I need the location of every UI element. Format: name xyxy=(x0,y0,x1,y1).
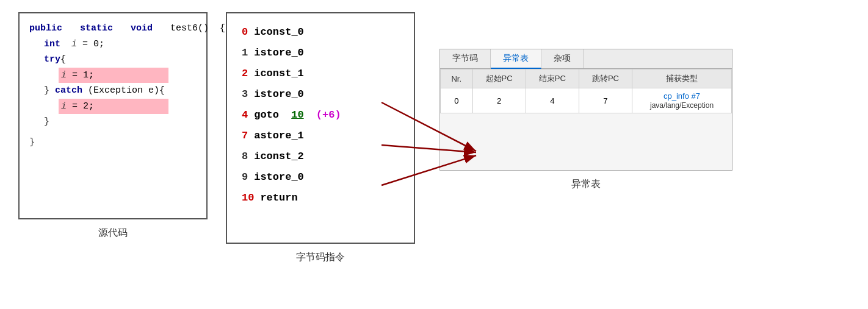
exception-table-content: Nr. 起始PC 结束PC 跳转PC 捕获类型 0 2 4 7 cp_in xyxy=(440,69,732,113)
bc-row-2: 2 iconst_1 xyxy=(242,63,399,84)
col-jump-pc: 跳转PC xyxy=(579,69,632,88)
catch-params: (Exception e){ xyxy=(88,85,165,96)
exception-row-0: 0 2 4 7 cp_info #7 java/lang/Exception xyxy=(441,88,732,113)
bc-num-8: 8 xyxy=(242,146,248,167)
brace-close-3: } xyxy=(29,137,35,147)
tab-exception[interactable]: 异常表 xyxy=(491,49,541,69)
bc-num-1: 1 xyxy=(242,43,248,63)
bc-instr-3: istore_0 xyxy=(254,84,304,105)
highlighted-line-2: i = 2; xyxy=(59,99,168,115)
bc-goto-target: 10 xyxy=(291,105,303,126)
bc-instr-7: astore_1 xyxy=(254,126,304,146)
keyword-public: public xyxy=(29,21,62,37)
code-line-8: } xyxy=(29,135,197,151)
col-nr: Nr. xyxy=(441,69,473,88)
bc-num-7: 7 xyxy=(242,126,248,146)
var-i-2: i xyxy=(61,70,67,80)
tab-misc[interactable]: 杂项 xyxy=(541,49,584,68)
bc-instr-1: istore_0 xyxy=(254,43,304,63)
method-name: test6() { xyxy=(170,21,225,37)
keyword-void: void xyxy=(131,21,153,37)
cell-capture-type: cp_info #7 java/lang/Exception xyxy=(632,88,732,113)
var-i: i xyxy=(71,39,77,49)
bc-row-8: 8 iconst_2 xyxy=(242,146,399,167)
cell-end-pc: 4 xyxy=(526,88,579,113)
bc-row-1: 1 istore_0 xyxy=(242,43,399,63)
bc-row-9: 9 istore_0 xyxy=(242,167,399,188)
code-line-7: } xyxy=(44,114,197,130)
bc-instr-8: iconst_2 xyxy=(254,146,304,167)
code-line-2: int i = 0; xyxy=(44,37,197,52)
code-text: = 0; xyxy=(82,39,104,49)
main-container: public static void test6() { int i = 0; … xyxy=(0,0,868,309)
brace-open: { xyxy=(60,54,66,65)
bc-instr-0: iconst_0 xyxy=(254,22,304,43)
exception-table-label: 异常表 xyxy=(571,178,601,191)
keyword-catch: catch xyxy=(55,85,82,96)
code-line-6: i = 2; xyxy=(59,99,197,115)
bytecode-label: 字节码指令 xyxy=(296,251,345,264)
assign-1: = 1; xyxy=(72,70,94,80)
bc-instr-10: return xyxy=(260,188,297,208)
bc-row-3: 3 istore_0 xyxy=(242,84,399,105)
bc-row-10: 10 return xyxy=(242,188,399,208)
bc-num-4: 4 xyxy=(242,105,248,126)
code-line-1: public static void test6() { xyxy=(29,21,197,37)
highlighted-line-1: i = 1; xyxy=(59,68,168,83)
bc-row-0: 0 iconst_0 xyxy=(242,22,399,43)
bc-num-10: 10 xyxy=(242,188,254,208)
capture-detail: java/lang/Exception xyxy=(650,101,714,110)
cell-nr: 0 xyxy=(441,88,473,113)
cell-start-pc: 2 xyxy=(472,88,526,113)
bc-instr-2: iconst_1 xyxy=(254,63,304,84)
source-code-panel: public static void test6() { int i = 0; … xyxy=(18,12,208,240)
bc-num-9: 9 xyxy=(242,167,248,188)
col-capture-type: 捕获类型 xyxy=(632,69,732,88)
bc-num-0: 0 xyxy=(242,22,248,43)
col-end-pc: 结束PC xyxy=(526,69,579,88)
bc-goto-offset: (+6) xyxy=(310,105,341,126)
brace-close-2: } xyxy=(44,116,49,127)
cell-jump-pc: 7 xyxy=(579,88,632,113)
bc-row-7: 7 astore_1 xyxy=(242,126,399,146)
bytecode-box: 0 iconst_0 1 istore_0 2 iconst_1 3 istor… xyxy=(226,12,415,244)
keyword-try: try xyxy=(44,54,60,65)
cp-info-link[interactable]: cp_info #7 xyxy=(664,91,700,101)
bytecode-panel: 0 iconst_0 1 istore_0 2 iconst_1 3 istor… xyxy=(226,12,415,264)
var-i-3: i xyxy=(61,101,67,112)
keyword-int: int xyxy=(44,39,60,49)
bc-num-3: 3 xyxy=(242,84,248,105)
bc-instr-goto: goto xyxy=(254,105,285,126)
bc-row-4: 4 goto 10 (+6) xyxy=(242,105,399,126)
bc-num-2: 2 xyxy=(242,63,248,84)
col-start-pc: 起始PC xyxy=(472,69,526,88)
exception-panel: 字节码 异常表 杂项 Nr. 起始PC 结束PC 跳转PC 捕获类型 0 xyxy=(439,49,732,191)
bc-instr-9: istore_0 xyxy=(254,167,304,188)
keyword-static: static xyxy=(80,21,113,37)
source-code-label: 源代码 xyxy=(98,227,128,240)
source-code-box: public static void test6() { int i = 0; … xyxy=(18,12,208,219)
tabs-row: 字节码 异常表 杂项 xyxy=(440,49,732,69)
code-line-5: } catch (Exception e){ xyxy=(44,83,197,99)
brace-close-1: } xyxy=(44,85,49,96)
code-line-3: try{ xyxy=(44,52,197,68)
code-line-4: i = 1; xyxy=(59,68,197,83)
assign-2: = 2; xyxy=(72,101,94,112)
tab-bytecode[interactable]: 字节码 xyxy=(440,49,491,68)
exception-box: 字节码 异常表 杂项 Nr. 起始PC 结束PC 跳转PC 捕获类型 0 xyxy=(439,49,732,171)
